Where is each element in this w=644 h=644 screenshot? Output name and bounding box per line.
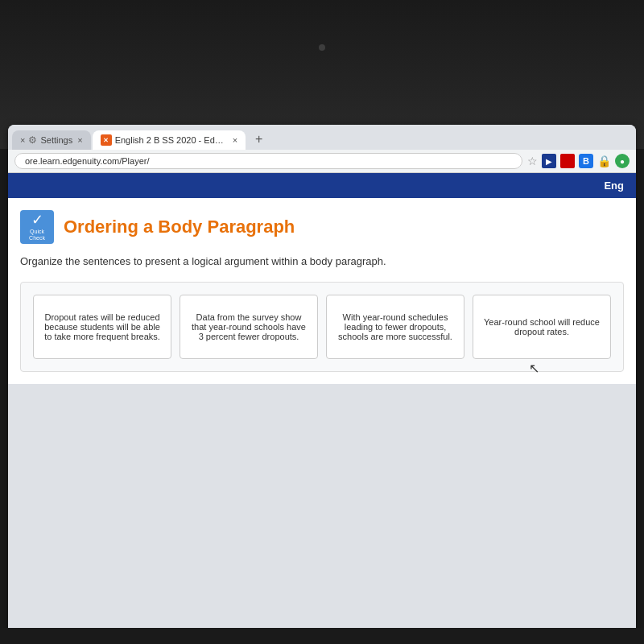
sentence-card-4[interactable]: Year-round school will reduce dropout ra…	[473, 295, 611, 359]
cards-container: Dropout rates will be reduced because st…	[33, 295, 611, 359]
check-mark: ✓	[31, 213, 43, 229]
sentence-card-1[interactable]: Dropout rates will be reduced because st…	[33, 295, 171, 359]
tab-edgenuity[interactable]: ✕ English 2 B SS 2020 - Edgenuity ×	[93, 130, 246, 150]
settings-tab-label: Settings	[40, 135, 72, 145]
sentence-card-3[interactable]: With year-round schedules leading to few…	[326, 295, 464, 359]
address-bar: ore.learn.edgenuity.com/Player/ ☆ ▶ B 🔒 …	[8, 150, 636, 173]
quick-check-label: QuickCheck	[29, 229, 45, 242]
site-header: Eng	[8, 173, 636, 198]
star-icon[interactable]: ☆	[527, 155, 538, 167]
b-icon[interactable]: B	[579, 154, 593, 168]
settings-tab-favicon: ⚙	[28, 134, 37, 146]
quick-check-icon: ✓ QuickCheck	[20, 210, 54, 244]
settings-tab-close-btn[interactable]: ×	[77, 135, 82, 145]
new-tab-button[interactable]: +	[247, 129, 270, 150]
page-title: Ordering a Body Paragraph	[64, 217, 295, 237]
edgenuity-tab-close-btn[interactable]: ×	[233, 135, 237, 145]
edgenuity-tab-favicon: ✕	[101, 134, 112, 146]
red-square-icon[interactable]	[560, 154, 575, 168]
cards-area: Dropout rates will be reduced because st…	[20, 282, 624, 372]
profile-icon[interactable]: ●	[615, 154, 630, 168]
page-content: ✓ QuickCheck Ordering a Body Paragraph O…	[8, 198, 636, 384]
address-input[interactable]: ore.learn.edgenuity.com/Player/	[14, 153, 522, 169]
lock-icon[interactable]: 🔒	[597, 155, 611, 167]
instructions-text: Organize the sentences to present a logi…	[20, 255, 624, 267]
title-row: ✓ QuickCheck Ordering a Body Paragraph	[20, 210, 624, 244]
edgenuity-tab-label: English 2 B SS 2020 - Edgenuity	[115, 135, 228, 145]
address-icons-group: ☆ ▶ B 🔒 ●	[527, 154, 630, 168]
bookmark-icon[interactable]: ▶	[542, 154, 556, 168]
sentence-card-2[interactable]: Data from the survey show that year-roun…	[180, 295, 318, 359]
settings-tab-close-icon[interactable]: ×	[20, 135, 25, 145]
tab-settings[interactable]: × ⚙ Settings ×	[12, 130, 91, 150]
